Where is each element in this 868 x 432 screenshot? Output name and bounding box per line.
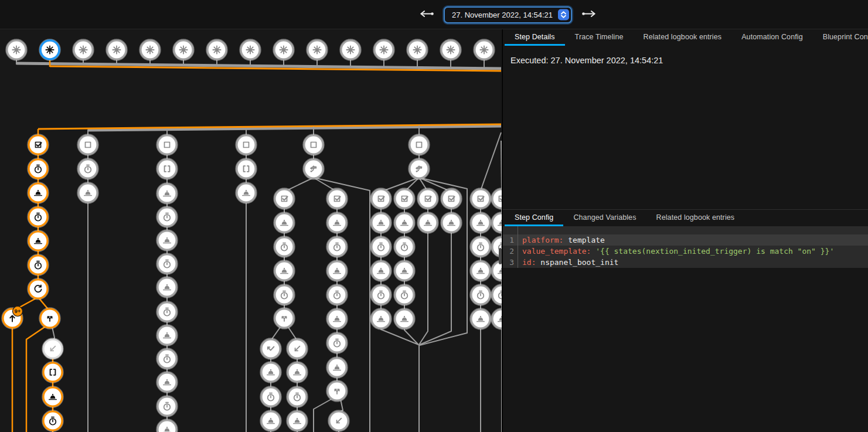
graph-node-bell[interactable] (394, 212, 415, 233)
graph-node-checkbox-blank[interactable] (236, 134, 257, 155)
graph-node-brackets[interactable] (156, 158, 178, 179)
graph-node-bell[interactable] (470, 212, 491, 233)
graph-node-timer[interactable] (274, 236, 295, 257)
graph-scrollbar-thumb[interactable] (499, 248, 502, 264)
graph-node-bell[interactable] (491, 212, 502, 233)
graph-node-timer[interactable] (470, 236, 491, 257)
graph-node-checkbox-blank[interactable] (303, 134, 324, 155)
graph-node-checkbox-marked[interactable] (28, 134, 49, 155)
graph-node-arrow-bottom-left[interactable] (328, 410, 349, 431)
graph-node-check-arrow[interactable] (260, 338, 281, 359)
graph-node-bell[interactable] (370, 308, 392, 329)
graph-node-bell[interactable] (42, 386, 63, 407)
graph-node-bell[interactable] (156, 277, 178, 298)
graph-node-trigger[interactable] (73, 39, 94, 60)
graph-node-bell[interactable] (470, 308, 491, 329)
graph-node-timer[interactable] (394, 236, 415, 257)
graph-node-timer[interactable] (28, 206, 49, 227)
previous-trace-button[interactable] (417, 9, 436, 21)
graph-node-timer[interactable] (156, 206, 178, 227)
graph-node-timer[interactable] (470, 284, 491, 305)
tab-related-logbook-entries[interactable]: Related logbook entries (634, 29, 732, 46)
graph-node-checkbox-marked[interactable] (470, 188, 491, 209)
graph-node-choose[interactable] (409, 158, 430, 179)
graph-node-arrow-bottom-left[interactable] (287, 338, 308, 359)
graph-node-choose[interactable] (303, 158, 324, 179)
graph-node-timer[interactable] (394, 284, 415, 305)
graph-node-trigger[interactable] (6, 39, 27, 60)
graph-node-bell[interactable] (28, 182, 49, 203)
graph-node-trigger[interactable] (106, 39, 127, 60)
graph-node-bell[interactable] (260, 410, 281, 431)
graph-node-bell[interactable] (394, 260, 415, 281)
graph-node-timer[interactable] (28, 254, 49, 275)
graph-node-checkbox-marked[interactable] (326, 188, 348, 209)
graph-node-arrow-bottom-left[interactable] (42, 338, 63, 359)
graph-node-bell[interactable] (326, 357, 348, 378)
tab-automation-config[interactable]: Automation Config (731, 29, 813, 46)
graph-node-timer[interactable] (370, 236, 392, 257)
tab-related-logbook-entries[interactable]: Related logbook entries (646, 210, 745, 226)
graph-node-arrow-up[interactable]: 9+ (2, 307, 23, 329)
graph-node-timer[interactable] (28, 158, 49, 179)
trace-selector[interactable]: 27. November 2022, 14:54:21 (444, 6, 572, 23)
graph-node-trigger[interactable] (173, 39, 194, 60)
graph-node-bell[interactable] (77, 182, 98, 203)
graph-node-bell[interactable] (326, 308, 348, 329)
graph-node-bell[interactable] (156, 325, 178, 346)
graph-node-checkbox-blank[interactable] (77, 134, 98, 155)
tab-step-details[interactable]: Step Details (505, 29, 565, 46)
graph-node-repeat[interactable] (28, 278, 49, 300)
graph-node-bell[interactable] (491, 308, 502, 329)
graph-node-bell[interactable] (156, 419, 178, 432)
graph-node-timer[interactable] (77, 158, 98, 179)
graph-node-trigger[interactable] (373, 39, 394, 60)
graph-node-checkbox-marked[interactable] (417, 188, 438, 209)
graph-node-trigger[interactable] (273, 39, 294, 60)
graph-node-timer[interactable] (326, 236, 348, 257)
graph-node-trigger[interactable] (440, 39, 461, 60)
graph-node-checkbox-marked[interactable] (491, 188, 502, 209)
graph-node-bell[interactable] (236, 182, 257, 203)
graph-node-timer[interactable] (156, 301, 178, 322)
graph-node-bell[interactable] (441, 212, 462, 233)
graph-node-checkbox-blank[interactable] (409, 134, 430, 155)
graph-node-checkbox-marked[interactable] (274, 188, 295, 209)
graph-node-timer[interactable] (370, 284, 392, 305)
graph-node-timer[interactable] (491, 284, 502, 305)
graph-node-call-split[interactable] (274, 308, 295, 329)
tab-trace-timeline[interactable]: Trace Timeline (565, 29, 634, 46)
graph-node-trigger[interactable] (307, 39, 328, 60)
graph-node-trigger[interactable] (474, 39, 495, 60)
graph-node-bell[interactable] (156, 183, 178, 204)
graph-node-bell[interactable] (326, 212, 348, 233)
next-trace-button[interactable] (580, 9, 598, 21)
graph-node-bell[interactable] (274, 212, 295, 233)
graph-node-trigger[interactable] (206, 39, 227, 60)
graph-node-timer[interactable] (326, 284, 348, 305)
graph-node-bell[interactable] (417, 212, 438, 233)
graph-node-bell[interactable] (326, 260, 348, 281)
graph-node-brackets[interactable] (236, 158, 257, 179)
yaml-code-viewer[interactable]: 1platform: template2value_template: '{{ … (503, 226, 868, 268)
graph-node-bell[interactable] (260, 362, 281, 383)
tab-changed-variables[interactable]: Changed Variables (563, 210, 646, 226)
graph-node-checkbox-marked[interactable] (394, 188, 415, 209)
graph-node-timer[interactable] (326, 332, 348, 353)
graph-node-trigger[interactable] (240, 39, 261, 60)
graph-node-timer[interactable] (42, 410, 63, 431)
graph-node-bell[interactable] (370, 212, 392, 233)
graph-node-call-split[interactable] (39, 308, 60, 329)
tab-blueprint-config[interactable]: Blueprint Config (813, 29, 868, 46)
graph-node-timer[interactable] (260, 386, 281, 407)
graph-node-bell[interactable] (394, 308, 415, 329)
graph-node-timer[interactable] (156, 396, 178, 417)
graph-node-brackets[interactable] (42, 362, 63, 383)
graph-node-trigger[interactable] (39, 39, 60, 60)
graph-node-timer[interactable] (287, 386, 308, 407)
graph-node-bell[interactable] (28, 230, 49, 251)
tab-step-config[interactable]: Step Config (505, 210, 563, 226)
graph-node-bell[interactable] (287, 410, 308, 431)
graph-node-bell[interactable] (156, 230, 178, 251)
graph-node-bell[interactable] (287, 362, 308, 383)
